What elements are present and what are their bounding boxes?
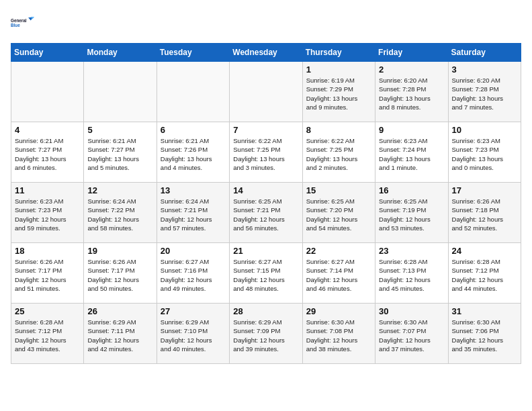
day-info: Sunrise: 6:24 AMSunset: 7:22 PMDaylight:…: [87, 197, 152, 232]
day-info: Sunrise: 6:29 AMSunset: 7:09 PMDaylight:…: [233, 318, 298, 353]
day-cell: 23Sunrise: 6:28 AMSunset: 7:13 PMDayligh…: [375, 243, 448, 304]
day-number: 24: [452, 246, 517, 256]
day-info: Sunrise: 6:23 AMSunset: 7:24 PMDaylight:…: [379, 136, 444, 172]
day-info: Sunrise: 6:21 AMSunset: 7:26 PMDaylight:…: [161, 136, 226, 172]
day-cell: 15Sunrise: 6:25 AMSunset: 7:20 PMDayligh…: [302, 183, 375, 243]
day-cell: [11, 62, 84, 122]
day-number: 9: [379, 125, 444, 135]
day-cell: 9Sunrise: 6:23 AMSunset: 7:24 PMDaylight…: [375, 122, 448, 183]
week-row-3: 11Sunrise: 6:23 AMSunset: 7:23 PMDayligh…: [11, 183, 521, 243]
day-cell: 28Sunrise: 6:29 AMSunset: 7:09 PMDayligh…: [230, 304, 302, 364]
day-cell: 25Sunrise: 6:28 AMSunset: 7:12 PMDayligh…: [11, 304, 84, 364]
calendar-table: SundayMondayTuesdayWednesdayThursdayFrid…: [11, 43, 521, 364]
day-cell: 5Sunrise: 6:21 AMSunset: 7:27 PMDaylight…: [84, 122, 157, 183]
day-cell: [230, 62, 302, 122]
day-cell: 18Sunrise: 6:26 AMSunset: 7:17 PMDayligh…: [11, 243, 84, 304]
day-cell: 30Sunrise: 6:30 AMSunset: 7:07 PMDayligh…: [375, 304, 448, 364]
day-number: 19: [87, 246, 152, 256]
day-cell: 12Sunrise: 6:24 AMSunset: 7:22 PMDayligh…: [84, 183, 157, 243]
header-row: SundayMondayTuesdayWednesdayThursdayFrid…: [11, 44, 521, 62]
col-header-monday: Monday: [84, 44, 157, 62]
day-info: Sunrise: 6:20 AMSunset: 7:28 PMDaylight:…: [379, 76, 444, 111]
day-info: Sunrise: 6:25 AMSunset: 7:19 PMDaylight:…: [379, 197, 444, 232]
svg-text:Blue: Blue: [11, 23, 20, 28]
day-number: 15: [306, 185, 371, 195]
day-number: 17: [452, 185, 517, 195]
day-cell: [157, 62, 229, 122]
day-info: Sunrise: 6:30 AMSunset: 7:07 PMDaylight:…: [379, 318, 444, 353]
day-cell: 13Sunrise: 6:24 AMSunset: 7:21 PMDayligh…: [157, 183, 229, 243]
day-number: 16: [379, 185, 444, 195]
col-header-tuesday: Tuesday: [157, 44, 229, 62]
day-info: Sunrise: 6:22 AMSunset: 7:25 PMDaylight:…: [233, 136, 298, 172]
day-info: Sunrise: 6:22 AMSunset: 7:25 PMDaylight:…: [306, 136, 371, 172]
day-cell: 7Sunrise: 6:22 AMSunset: 7:25 PMDaylight…: [230, 122, 302, 183]
day-info: Sunrise: 6:21 AMSunset: 7:27 PMDaylight:…: [87, 136, 152, 172]
day-info: Sunrise: 6:26 AMSunset: 7:18 PMDaylight:…: [452, 197, 517, 232]
day-cell: 1Sunrise: 6:19 AMSunset: 7:29 PMDaylight…: [302, 62, 375, 122]
day-cell: 2Sunrise: 6:20 AMSunset: 7:28 PMDaylight…: [375, 62, 448, 122]
day-cell: 31Sunrise: 6:30 AMSunset: 7:06 PMDayligh…: [448, 304, 521, 364]
logo-icon: GeneralBlue: [11, 11, 35, 35]
day-info: Sunrise: 6:28 AMSunset: 7:12 PMDaylight:…: [452, 257, 517, 293]
col-header-sunday: Sunday: [11, 44, 84, 62]
week-row-4: 18Sunrise: 6:26 AMSunset: 7:17 PMDayligh…: [11, 243, 521, 304]
day-info: Sunrise: 6:30 AMSunset: 7:06 PMDaylight:…: [452, 318, 517, 353]
day-info: Sunrise: 6:21 AMSunset: 7:27 PMDaylight:…: [15, 136, 80, 172]
day-number: 31: [452, 306, 517, 316]
day-number: 5: [87, 125, 152, 135]
day-number: 26: [87, 306, 152, 316]
day-number: 3: [452, 64, 517, 75]
day-number: 25: [15, 306, 80, 316]
day-number: 2: [379, 64, 444, 75]
svg-text:General: General: [11, 18, 27, 23]
day-cell: 26Sunrise: 6:29 AMSunset: 7:11 PMDayligh…: [84, 304, 157, 364]
day-number: 20: [161, 246, 226, 256]
day-number: 7: [233, 125, 298, 135]
day-cell: 4Sunrise: 6:21 AMSunset: 7:27 PMDaylight…: [11, 122, 84, 183]
col-header-thursday: Thursday: [302, 44, 375, 62]
day-number: 8: [306, 125, 371, 135]
day-cell: 10Sunrise: 6:23 AMSunset: 7:23 PMDayligh…: [448, 122, 521, 183]
day-number: 11: [15, 185, 80, 195]
col-header-friday: Friday: [375, 44, 448, 62]
col-header-wednesday: Wednesday: [230, 44, 302, 62]
week-row-5: 25Sunrise: 6:28 AMSunset: 7:12 PMDayligh…: [11, 304, 521, 364]
day-info: Sunrise: 6:24 AMSunset: 7:21 PMDaylight:…: [161, 197, 226, 232]
day-number: 27: [161, 306, 226, 316]
day-number: 30: [379, 306, 444, 316]
day-number: 18: [15, 246, 80, 256]
day-info: Sunrise: 6:29 AMSunset: 7:10 PMDaylight:…: [161, 318, 226, 353]
day-info: Sunrise: 6:25 AMSunset: 7:21 PMDaylight:…: [233, 197, 298, 232]
day-info: Sunrise: 6:23 AMSunset: 7:23 PMDaylight:…: [452, 136, 517, 172]
day-info: Sunrise: 6:29 AMSunset: 7:11 PMDaylight:…: [87, 318, 152, 353]
day-number: 12: [87, 185, 152, 195]
day-number: 10: [452, 125, 517, 135]
day-cell: 11Sunrise: 6:23 AMSunset: 7:23 PMDayligh…: [11, 183, 84, 243]
day-cell: 24Sunrise: 6:28 AMSunset: 7:12 PMDayligh…: [448, 243, 521, 304]
day-number: 13: [161, 185, 226, 195]
day-number: 22: [306, 246, 371, 256]
day-info: Sunrise: 6:27 AMSunset: 7:15 PMDaylight:…: [233, 257, 298, 293]
day-cell: 14Sunrise: 6:25 AMSunset: 7:21 PMDayligh…: [230, 183, 302, 243]
week-row-2: 4Sunrise: 6:21 AMSunset: 7:27 PMDaylight…: [11, 122, 521, 183]
day-number: 4: [15, 125, 80, 135]
day-cell: 27Sunrise: 6:29 AMSunset: 7:10 PMDayligh…: [157, 304, 229, 364]
day-cell: 29Sunrise: 6:30 AMSunset: 7:08 PMDayligh…: [302, 304, 375, 364]
day-number: 23: [379, 246, 444, 256]
day-cell: 17Sunrise: 6:26 AMSunset: 7:18 PMDayligh…: [448, 183, 521, 243]
day-info: Sunrise: 6:20 AMSunset: 7:28 PMDaylight:…: [452, 76, 517, 111]
day-number: 1: [306, 64, 371, 75]
day-cell: 8Sunrise: 6:22 AMSunset: 7:25 PMDaylight…: [302, 122, 375, 183]
day-info: Sunrise: 6:26 AMSunset: 7:17 PMDaylight:…: [15, 257, 80, 293]
day-cell: 19Sunrise: 6:26 AMSunset: 7:17 PMDayligh…: [84, 243, 157, 304]
day-info: Sunrise: 6:30 AMSunset: 7:08 PMDaylight:…: [306, 318, 371, 353]
day-info: Sunrise: 6:28 AMSunset: 7:13 PMDaylight:…: [379, 257, 444, 293]
day-cell: 3Sunrise: 6:20 AMSunset: 7:28 PMDaylight…: [448, 62, 521, 122]
day-info: Sunrise: 6:25 AMSunset: 7:20 PMDaylight:…: [306, 197, 371, 232]
day-number: 6: [161, 125, 226, 135]
day-number: 29: [306, 306, 371, 316]
day-info: Sunrise: 6:28 AMSunset: 7:12 PMDaylight:…: [15, 318, 80, 353]
day-number: 28: [233, 306, 298, 316]
day-cell: [84, 62, 157, 122]
